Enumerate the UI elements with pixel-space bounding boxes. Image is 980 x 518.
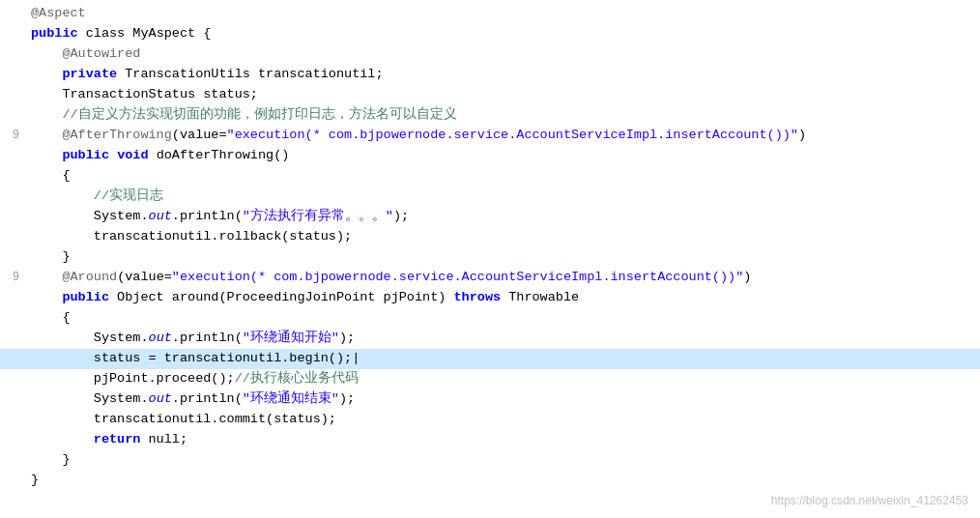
token: //自定义方法实现切面的功能，例如打印日志，方法名可以自定义 [31, 107, 457, 122]
token: .println( [172, 331, 243, 345]
token: "execution(* com.bjpowernode.service.Acc… [172, 270, 743, 284]
code-line: 9 @AfterThrowing(value="execution(* com.… [0, 126, 980, 146]
token: @Aspect [31, 6, 86, 20]
token: void [117, 148, 148, 162]
token [109, 148, 117, 162]
token: transcationutil.rollback(status); [31, 229, 352, 244]
token: } [31, 473, 39, 487]
code-line: return null; [0, 430, 980, 450]
token: { [195, 26, 211, 41]
token: .println( [172, 391, 243, 406]
token [31, 148, 62, 162]
line-content: //实现日志 [27, 187, 980, 207]
line-content: private TranscationUtils transcationutil… [27, 65, 980, 85]
token: } [31, 452, 71, 467]
code-line: transcationutil.rollback(status); [0, 227, 980, 247]
token: "环绕通知结束" [243, 391, 339, 406]
code-line: status = transcationutil.begin();| [0, 349, 980, 369]
code-line: @Autowired [0, 44, 980, 65]
token: (value= [172, 128, 227, 142]
token: return [94, 432, 141, 446]
code-line: System.out.println("方法执行有异常。。。"); [0, 207, 980, 227]
token: } [31, 249, 71, 264]
token: Object around(ProceedingJoinPoint pjPoin… [109, 290, 453, 304]
code-line: private TranscationUtils transcationutil… [0, 65, 980, 85]
token: ); [339, 331, 355, 345]
token: (value= [117, 270, 172, 284]
code-line: } [0, 247, 980, 268]
code-line: public class MyAspect { [0, 24, 980, 44]
token: MyAspect [132, 26, 195, 41]
token: public [62, 290, 109, 304]
token: out [149, 209, 172, 223]
code-line: 9 @Around(value="execution(* com.bjpower… [0, 268, 980, 288]
code-line: pjPoint.proceed();//执行核心业务代码 [0, 369, 980, 389]
line-content: public class MyAspect { [27, 24, 980, 44]
line-content: System.out.println("环绕通知结束"); [27, 389, 980, 410]
code-line: public Object around(ProceedingJoinPoint… [0, 288, 980, 308]
watermark: https://blog.csdn.net/weixin_41262453 [771, 492, 968, 510]
code-line: } [0, 450, 980, 471]
token: "环绕通知开始" [243, 331, 339, 345]
token: @Around [31, 270, 117, 284]
line-content: public Object around(ProceedingJoinPoint… [27, 288, 980, 308]
line-content: status = transcationutil.begin();| [27, 349, 980, 369]
code-line: public void doAfterThrowing() [0, 146, 980, 166]
code-line: { [0, 308, 980, 329]
token: System. [31, 331, 149, 345]
line-content: transcationutil.rollback(status); [27, 227, 980, 247]
token: class [78, 26, 133, 41]
line-number: 9 [0, 127, 27, 145]
code-line: transcationutil.commit(status); [0, 410, 980, 430]
token: System. [31, 209, 149, 223]
line-content: } [27, 247, 980, 268]
code-editor: @Aspectpublic class MyAspect { @Autowire… [0, 0, 980, 518]
code-line: TransactionStatus status; [0, 85, 980, 105]
token: @AfterThrowing [31, 128, 172, 142]
token [31, 432, 94, 446]
code-line: //自定义方法实现切面的功能，例如打印日志，方法名可以自定义 [0, 105, 980, 126]
line-content: @Autowired [27, 44, 980, 65]
token: TranscationUtils transcationutil; [117, 67, 383, 81]
token: ) [743, 270, 751, 284]
token: ); [393, 209, 409, 223]
line-content: { [27, 308, 980, 329]
token: pjPoint.proceed();//执行核心业务代码 [31, 371, 359, 386]
token: { [31, 168, 71, 183]
line-content: return null; [27, 430, 980, 450]
token: System. [31, 391, 149, 406]
code-line: @Aspect [0, 4, 980, 24]
code-line: { [0, 166, 980, 187]
token: @Autowired [31, 46, 140, 61]
line-content: pjPoint.proceed();//执行核心业务代码 [27, 369, 980, 389]
line-content: @Around(value="execution(* com.bjpowerno… [27, 268, 980, 288]
token: status = transcationutil.begin();| [31, 351, 360, 365]
token: private [62, 67, 117, 81]
token: out [149, 391, 172, 406]
token: out [149, 331, 172, 345]
line-content: TransactionStatus status; [27, 85, 980, 105]
line-content: } [27, 471, 980, 491]
line-content: { [27, 166, 980, 187]
token: public [62, 148, 109, 162]
token: ); [339, 391, 355, 406]
token: { [31, 310, 71, 325]
line-content: System.out.println("环绕通知开始"); [27, 329, 980, 349]
code-line: //实现日志 [0, 187, 980, 207]
token: "方法执行有异常。。。" [243, 209, 393, 223]
line-content: } [27, 450, 980, 471]
code-line: System.out.println("环绕通知结束"); [0, 389, 980, 410]
token: "execution(* com.bjpowernode.service.Acc… [227, 128, 798, 142]
line-content: System.out.println("方法执行有异常。。。"); [27, 207, 980, 227]
token: public [31, 26, 78, 41]
token: .println( [172, 209, 243, 223]
line-content: @Aspect [27, 4, 980, 24]
token: TransactionStatus status; [31, 87, 258, 101]
line-content: transcationutil.commit(status); [27, 410, 980, 430]
token: Throwable [501, 290, 579, 304]
token: throws [453, 290, 501, 304]
token: //实现日志 [31, 188, 163, 203]
line-content: //自定义方法实现切面的功能，例如打印日志，方法名可以自定义 [27, 105, 980, 126]
code-line: } [0, 471, 980, 491]
token [31, 67, 62, 81]
